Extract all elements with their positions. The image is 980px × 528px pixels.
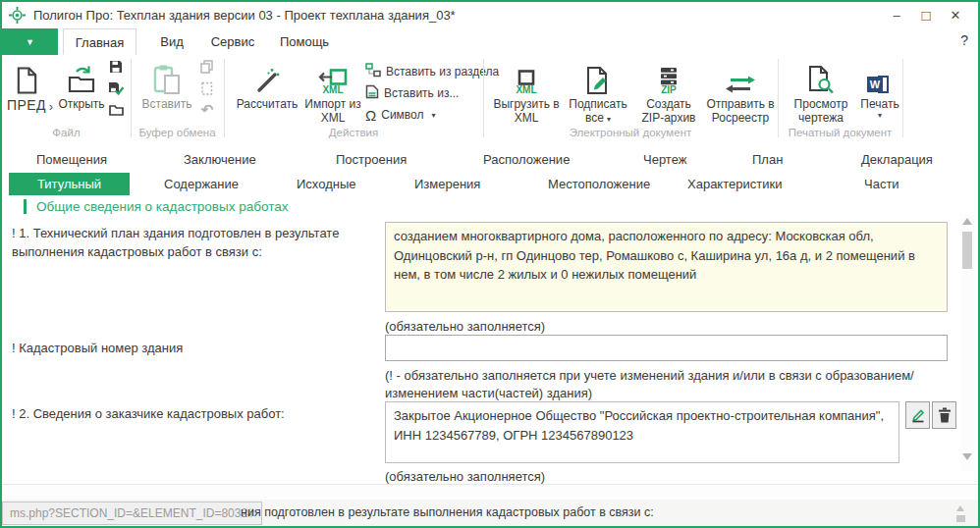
- undo-icon[interactable]: ↶: [198, 100, 216, 118]
- preview-drawing-button[interactable]: Просмотр чертежа: [784, 59, 858, 125]
- section-header: Общие сведения о кадастровых работах: [24, 199, 289, 214]
- customer-textarea[interactable]: Закрытое Акционерное Общество "Российска…: [385, 401, 899, 463]
- section-tab-titulnyy[interactable]: Титульный: [9, 173, 130, 195]
- delete-customer-button[interactable]: [932, 401, 956, 429]
- tab-vid[interactable]: Вид: [147, 28, 196, 55]
- pencil-icon: [910, 407, 926, 423]
- section-tab-chasti[interactable]: Части: [864, 177, 899, 191]
- export-xml-icon: XML: [514, 59, 539, 95]
- status-scroll-thumb[interactable]: [956, 515, 965, 522]
- section-tab-izmereniya[interactable]: Измерения: [414, 177, 480, 191]
- field1-label: ! 1. Технический план здания подготовлен…: [12, 225, 377, 262]
- save-icon[interactable]: [107, 58, 125, 76]
- folder-icon[interactable]: [107, 101, 125, 119]
- send-arrows-icon: [725, 59, 756, 95]
- sign-document-icon: [585, 59, 611, 95]
- preview-magnifier-icon: [807, 59, 835, 95]
- export-xml-button[interactable]: XML Выгрузить в XML: [491, 59, 562, 125]
- document-icon: [15, 59, 39, 95]
- section-tab-zaklyuchenie[interactable]: Заключение: [184, 152, 256, 167]
- edit-customer-button[interactable]: [905, 401, 930, 429]
- panel-edge: [2, 484, 978, 501]
- import-xml-icon: XML: [318, 59, 348, 95]
- window-controls: – □ ✕: [882, 2, 970, 27]
- tab-glavnaya[interactable]: Главная: [63, 28, 136, 55]
- cadastral-number-input[interactable]: [385, 335, 948, 361]
- group-label-edoc: Электронный документ: [483, 127, 778, 138]
- paste-button[interactable]: Вставить: [139, 59, 194, 111]
- word-icon: W: [867, 59, 893, 95]
- pred-button[interactable]: ПРЕД: [4, 59, 49, 114]
- field1-textarea[interactable]: созданием многоквартирного дома, располо…: [385, 222, 948, 312]
- zip-archive-icon: ZIP: [656, 59, 681, 95]
- help-button[interactable]: ?: [960, 32, 968, 48]
- sign-all-button[interactable]: Подписать все▾: [564, 59, 632, 125]
- ribbon-separator: [483, 59, 484, 137]
- group-label-actions: Действия: [224, 127, 483, 138]
- section-tab-ishodnye[interactable]: Исходные: [297, 177, 355, 191]
- save-check-icon[interactable]: [107, 79, 125, 97]
- section-tab-postroeniya[interactable]: Построения: [336, 152, 407, 167]
- section-tab-mestopolozhenie[interactable]: Местоположение: [548, 177, 650, 191]
- field2-label: ! Кадастровый номер здания: [12, 340, 377, 358]
- scroll-up-arrow[interactable]: [962, 218, 972, 225]
- field3-label: ! 2. Сведения о заказчике кадастровых ра…: [12, 405, 377, 424]
- tab-servis[interactable]: Сервис: [201, 28, 264, 55]
- window-title: Полигон Про: Техплан здания версии 03 - …: [33, 8, 456, 23]
- scroll-down-arrow[interactable]: [962, 453, 972, 460]
- open-button[interactable]: Открыть: [55, 59, 108, 111]
- create-zip-button[interactable]: ZIP Создать ZIP-архив: [634, 59, 703, 125]
- app-window: Полигон Про: Техплан здания версии 03 - …: [0, 0, 980, 528]
- group-label-printdoc: Печатный документ: [778, 127, 902, 138]
- maximize-button[interactable]: □: [911, 7, 941, 24]
- copy-icon[interactable]: [198, 58, 216, 76]
- dropdown-caret-icon: ▾: [432, 111, 436, 120]
- status-url: ms.php?SECTION_ID=&ELEMENT_ID=8032#: [2, 502, 262, 525]
- dropdown-caret-icon: ▾: [607, 115, 611, 124]
- status-text: ния подготовлен в результате выполнения …: [241, 505, 654, 519]
- app-menu-button[interactable]: ▼: [2, 28, 58, 55]
- open-folder-icon: [67, 59, 96, 95]
- app-logo-icon: [9, 7, 26, 24]
- ribbon-separator: [778, 59, 779, 137]
- titlebar: Полигон Про: Техплан здания версии 03 - …: [2, 2, 978, 27]
- minimize-button[interactable]: –: [882, 8, 911, 23]
- section-tab-pomescheniya[interactable]: Помещения: [36, 152, 107, 167]
- ribbon: ПРЕД › Открыть Файл: [2, 55, 978, 142]
- open-split-icon[interactable]: ›: [49, 100, 53, 114]
- section-insert-icon: [365, 63, 381, 80]
- dropdown-caret-icon: ▾: [878, 111, 882, 120]
- ribbon-separator: [131, 59, 132, 137]
- magic-wand-icon: [252, 59, 282, 95]
- section-tab-plan[interactable]: План: [752, 152, 783, 167]
- trash-icon: [938, 407, 952, 423]
- paste-special-icon[interactable]: [198, 79, 216, 97]
- menu-caret-icon: ▼: [26, 37, 34, 47]
- xml-page-icon: [365, 84, 379, 102]
- section-tab-deklaraciya[interactable]: Декларация: [861, 152, 933, 167]
- group-label-file: Файл: [2, 127, 131, 138]
- section-tab-chertezh[interactable]: Чертеж: [643, 152, 686, 167]
- ribbon-separator: [224, 59, 225, 137]
- section-tab-harakteristiki[interactable]: Характеристики: [687, 177, 782, 191]
- insert-from-section-button[interactable]: Вставить из раздела: [365, 62, 499, 81]
- statusbar: ms.php?SECTION_ID=&ELEMENT_ID=8032# ния …: [2, 500, 978, 526]
- paste-clipboard-icon: [153, 59, 181, 95]
- section-title: Общие сведения о кадастровых работах: [36, 199, 289, 214]
- group-label-clipboard: Буфер обмена: [131, 127, 224, 138]
- tab-pomosch[interactable]: Помощь: [269, 28, 340, 55]
- symbol-button[interactable]: Ω Символ ▾: [365, 105, 436, 125]
- omega-icon: Ω: [365, 108, 376, 123]
- section-tab-soderzhanie[interactable]: Содержание: [164, 177, 239, 191]
- insert-from-button[interactable]: Вставить из...: [365, 83, 459, 103]
- status-scroll-up-icon[interactable]: [956, 505, 964, 511]
- section-tabstrip: Помещения Заключение Построения Располож…: [2, 141, 978, 198]
- scrollbar-thumb[interactable]: [962, 232, 972, 269]
- print-button[interactable]: W Печать ▾: [858, 59, 901, 121]
- close-button[interactable]: ✕: [941, 8, 970, 23]
- calculate-button[interactable]: Рассчитать: [230, 59, 304, 111]
- ribbon-separator: [902, 59, 903, 137]
- section-tab-raspolozhenie[interactable]: Расположение: [483, 152, 570, 167]
- send-rosreestr-button[interactable]: Отправить в Росреестр: [703, 59, 778, 125]
- import-xml-button[interactable]: XML Импорт из XML: [304, 59, 361, 125]
